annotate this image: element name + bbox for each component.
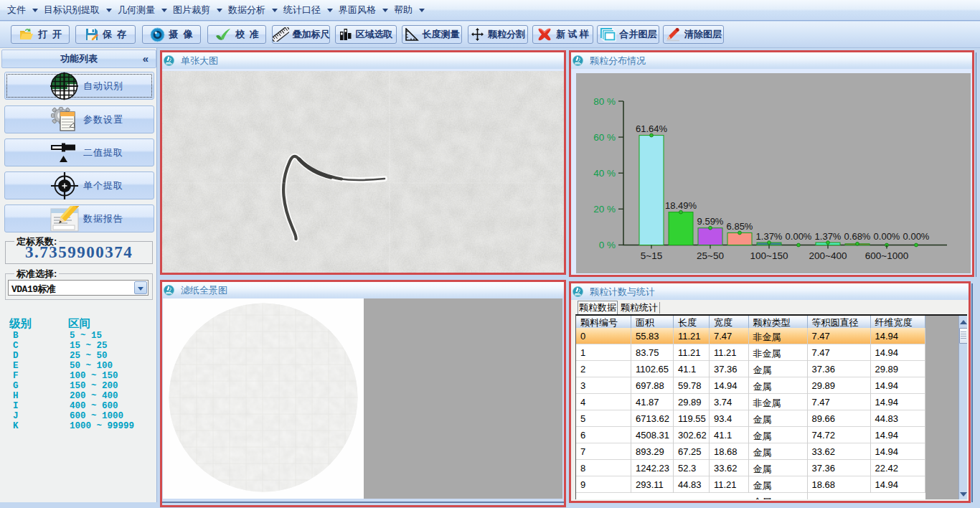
svg-text:0.00%: 0.00% (903, 231, 930, 242)
svg-text:0.68%: 0.68% (844, 231, 871, 242)
svg-text:40 %: 40 % (593, 168, 616, 179)
svg-text:9.59%: 9.59% (697, 216, 724, 227)
svg-text:1.37%: 1.37% (815, 231, 842, 242)
svg-text:0.00%: 0.00% (786, 231, 812, 242)
svg-text:18.49%: 18.49% (665, 200, 697, 211)
svg-text:100~150: 100~150 (750, 250, 788, 261)
svg-text:5~15: 5~15 (641, 250, 662, 261)
svg-text:6.85%: 6.85% (727, 221, 753, 232)
svg-text:20 %: 20 % (593, 204, 616, 215)
svg-text:80 %: 80 % (593, 96, 616, 107)
svg-text:0.00%: 0.00% (874, 231, 900, 242)
svg-text:60 %: 60 % (593, 132, 616, 143)
svg-text:25~50: 25~50 (697, 250, 724, 261)
svg-text:61.64%: 61.64% (636, 123, 668, 134)
svg-text:1.37%: 1.37% (756, 231, 783, 242)
svg-text:200~400: 200~400 (809, 250, 847, 261)
svg-text:600~1000: 600~1000 (865, 250, 908, 261)
svg-text:0 %: 0 % (599, 240, 616, 250)
